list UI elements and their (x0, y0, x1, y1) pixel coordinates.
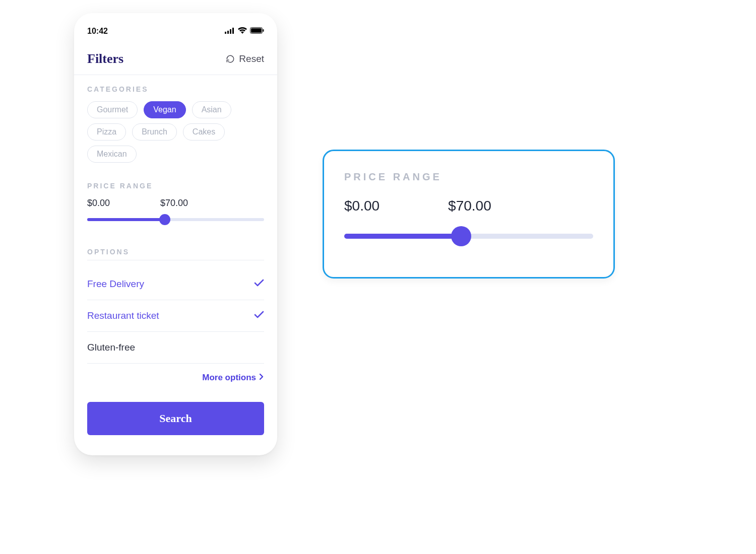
svg-rect-5 (251, 28, 262, 33)
callout-price-values: $0.00 $70.00 (344, 198, 593, 214)
category-chip[interactable]: Mexican (87, 146, 137, 163)
wifi-icon (238, 27, 247, 36)
callout-price-max: $70.00 (448, 198, 491, 214)
battery-icon (250, 27, 264, 36)
search-button-label: Search (159, 412, 192, 425)
more-options-button[interactable]: More options (87, 364, 264, 383)
callout-price-min: $0.00 (344, 198, 380, 214)
svg-rect-6 (263, 29, 264, 32)
option-label: Free Delivery (87, 279, 144, 290)
category-chip[interactable]: Gourmet (87, 101, 138, 118)
callout-price-slider[interactable] (344, 225, 593, 247)
search-button[interactable]: Search (87, 402, 264, 435)
reset-button[interactable]: Reset (226, 53, 264, 64)
reset-icon (226, 54, 235, 63)
categories-section: CATEGORIES GourmetVeganAsianPizzaBrunchC… (74, 75, 277, 172)
page-title: Filters (87, 51, 123, 66)
reset-label: Reset (239, 53, 264, 64)
category-chips: GourmetVeganAsianPizzaBrunchCakesMexican (87, 101, 264, 163)
options-list: Free DeliveryRestaurant ticketGluten-fre… (87, 268, 264, 364)
header: Filters Reset (74, 37, 277, 75)
price-callout-panel: PRICE RANGE $0.00 $70.00 (323, 150, 615, 279)
options-label: OPTIONS (87, 248, 264, 260)
categories-label: CATEGORIES (87, 85, 264, 93)
option-label: Gluten-free (87, 342, 135, 353)
option-row[interactable]: Free Delivery (87, 268, 264, 300)
status-indicators (225, 27, 264, 36)
option-label: Restaurant ticket (87, 310, 159, 321)
price-values: $0.00 $70.00 (87, 198, 264, 209)
phone-frame: 10:42 Filters Reset CATEGORIES GourmetVe… (74, 13, 277, 455)
svg-rect-2 (230, 29, 231, 34)
more-options-label: More options (202, 373, 256, 383)
price-max: $70.00 (160, 198, 188, 209)
callout-price-label: PRICE RANGE (344, 171, 593, 183)
slider-fill (87, 218, 165, 221)
slider-thumb[interactable] (159, 214, 170, 225)
category-chip[interactable]: Brunch (132, 123, 177, 141)
price-section: PRICE RANGE $0.00 $70.00 (74, 172, 277, 231)
callout-slider-thumb[interactable] (451, 226, 471, 246)
svg-rect-0 (225, 32, 226, 34)
svg-rect-1 (227, 31, 229, 34)
category-chip[interactable]: Pizza (87, 123, 126, 141)
status-time: 10:42 (87, 27, 108, 36)
option-row[interactable]: Restaurant ticket (87, 300, 264, 332)
price-label: PRICE RANGE (87, 182, 264, 190)
options-section: OPTIONS Free DeliveryRestaurant ticketGl… (74, 231, 277, 387)
signal-icon (225, 27, 235, 36)
category-chip[interactable]: Asian (192, 101, 231, 118)
category-chip[interactable]: Cakes (183, 123, 225, 141)
svg-rect-3 (232, 28, 234, 34)
status-bar: 10:42 (74, 25, 277, 37)
check-icon (254, 279, 264, 289)
price-min: $0.00 (87, 198, 110, 209)
callout-slider-fill (344, 234, 461, 239)
chevron-right-icon (259, 373, 264, 383)
option-row[interactable]: Gluten-free (87, 332, 264, 364)
price-slider[interactable] (87, 213, 264, 227)
check-icon (254, 311, 264, 321)
category-chip[interactable]: Vegan (144, 101, 185, 118)
